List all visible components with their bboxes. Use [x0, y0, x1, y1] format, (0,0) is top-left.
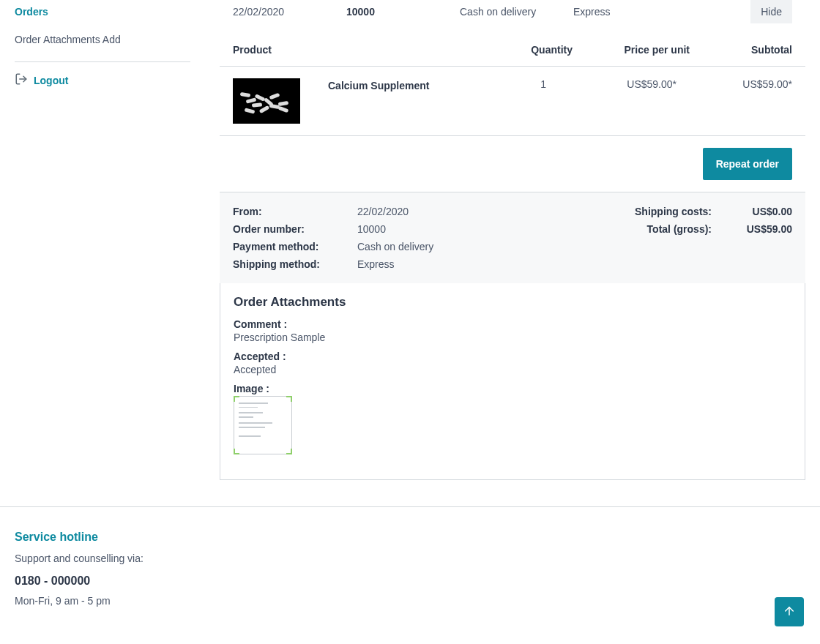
attachments-title: Order Attachments: [234, 295, 791, 310]
logout-icon: [15, 72, 28, 88]
col-header-price-per-unit: Price per unit: [573, 44, 690, 56]
col-header-subtotal: Subtotal: [690, 44, 792, 56]
shipping-method-label: Shipping method:: [233, 258, 357, 270]
order-shipping: Express: [573, 6, 750, 18]
attachment-image-thumbnail[interactable]: [234, 396, 292, 454]
col-header-quantity: Quantity: [485, 44, 573, 56]
from-value: 22/02/2020: [357, 206, 602, 217]
order-payment: Cash on delivery: [460, 6, 573, 18]
shipping-costs-value: US$0.00: [712, 206, 792, 217]
order-number: 10000: [346, 6, 460, 18]
total-gross-label: Total (gross):: [602, 223, 712, 235]
order-number-value: 10000: [357, 223, 602, 235]
service-hotline-title: Service hotline: [15, 531, 805, 544]
hotline-hours: Mon-Fri, 9 am - 5 pm: [15, 595, 805, 607]
arrow-up-icon: [783, 604, 796, 615]
payment-method-value: Cash on delivery: [357, 241, 602, 252]
order-number-label: Order number:: [233, 223, 357, 235]
attachment-comment-value: Prescription Sample: [234, 332, 791, 343]
line-quantity: 1: [458, 78, 546, 90]
hide-button[interactable]: Hide: [750, 0, 792, 23]
total-gross-value: US$59.00: [712, 223, 792, 235]
scroll-to-top-button[interactable]: [775, 597, 804, 614]
support-text: Support and counselling via:: [15, 553, 805, 564]
attachment-accepted-label: Accepted :: [234, 351, 791, 362]
sidebar-item-order-attachments-add[interactable]: Order Attachments Add: [15, 23, 190, 56]
col-header-product: Product: [233, 44, 485, 56]
order-details-panel: From: 22/02/2020 Order number: 10000 Pay…: [220, 192, 805, 283]
footer: Service hotline Support and counselling …: [0, 507, 820, 614]
logout-link[interactable]: Logout: [15, 62, 190, 98]
product-thumbnail[interactable]: [233, 78, 300, 124]
shipping-method-value: Express: [357, 258, 602, 270]
from-label: From:: [233, 206, 357, 217]
order-date: 22/02/2020: [233, 6, 346, 18]
order-summary-row: 22/02/2020 10000 Cash on delivery Expres…: [220, 0, 805, 34]
hotline-phone[interactable]: 0180 - 000000: [15, 574, 805, 588]
attachment-accepted-value: Accepted: [234, 364, 791, 375]
line-price-per-unit: US$59.00*: [559, 78, 676, 90]
payment-method-label: Payment method:: [233, 241, 357, 252]
attachment-comment-label: Comment :: [234, 318, 791, 330]
line-item-row: Calcium Supplement 1 US$59.00* US$59.00*: [220, 67, 805, 136]
line-subtotal: US$59.00*: [690, 78, 792, 90]
product-name[interactable]: Calcium Supplement: [328, 78, 429, 91]
order-attachments-panel: Order Attachments Comment : Prescription…: [220, 283, 805, 480]
sidebar-item-orders[interactable]: Orders: [15, 0, 190, 23]
logout-label: Logout: [34, 75, 68, 86]
shipping-costs-label: Shipping costs:: [602, 206, 712, 217]
attachment-image-label: Image :: [234, 383, 791, 394]
repeat-order-button[interactable]: Repeat order: [703, 148, 792, 180]
line-items-header: Product Quantity Price per unit Subtotal: [220, 34, 805, 67]
